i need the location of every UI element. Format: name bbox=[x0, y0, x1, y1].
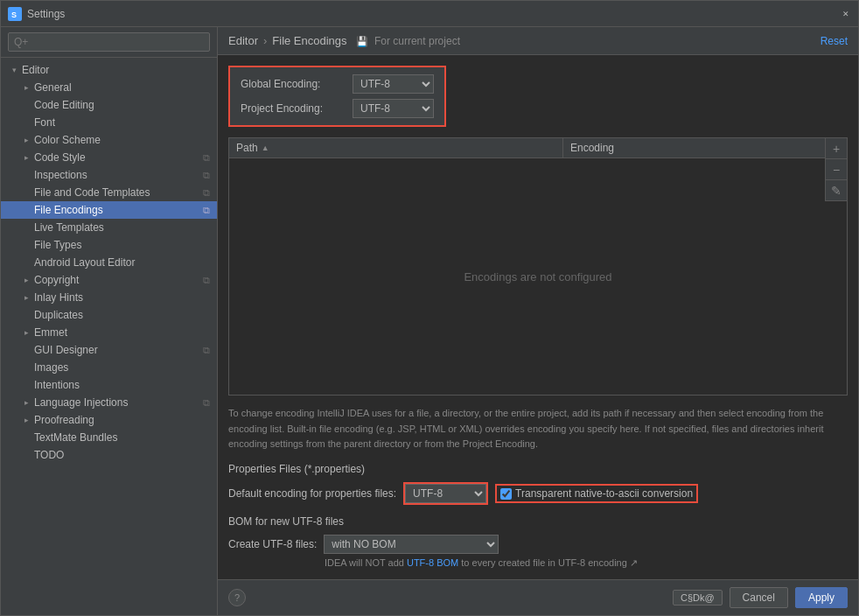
expand-arrow-emmet bbox=[20, 328, 32, 337]
sidebar-item-color-scheme[interactable]: Color Scheme bbox=[1, 131, 217, 149]
project-encoding-select[interactable]: UTF-8 ISO-8859-1 US-ASCII bbox=[353, 99, 434, 118]
settings-window: S Settings ✕ Editor General bbox=[0, 0, 859, 616]
sidebar-label-file-types: File Types bbox=[32, 239, 210, 251]
global-encoding-label: Global Encoding: bbox=[241, 78, 346, 90]
create-utf8-label: Create UTF-8 files: bbox=[228, 538, 317, 550]
sidebar-label-intentions: Intentions bbox=[32, 379, 210, 391]
sidebar-label-gui-designer: GUI Designer bbox=[32, 344, 199, 356]
sidebar-label-todo: TODO bbox=[32, 449, 210, 461]
table-toolbar: + − ✎ bbox=[825, 138, 847, 201]
copy-icon-copyright: ⧉ bbox=[203, 275, 210, 286]
breadcrumb-separator: › bbox=[263, 34, 267, 47]
global-encoding-select[interactable]: UTF-8 ISO-8859-1 US-ASCII bbox=[353, 74, 434, 94]
project-icon: 💾 bbox=[356, 36, 368, 46]
expand-arrow-editor bbox=[8, 66, 20, 74]
cancel-button[interactable]: Cancel bbox=[730, 587, 788, 608]
sidebar-item-textmate-bundles[interactable]: TextMate Bundles bbox=[1, 429, 217, 446]
sidebar-item-gui-designer[interactable]: GUI Designer ⧉ bbox=[1, 341, 217, 359]
sidebar-label-font: Font bbox=[32, 116, 210, 129]
sidebar-item-duplicates[interactable]: Duplicates bbox=[1, 306, 217, 324]
sidebar-item-code-style[interactable]: Code Style ⧉ bbox=[1, 149, 217, 166]
window-controls: ✕ bbox=[840, 8, 851, 19]
sidebar-item-copyright[interactable]: Copyright ⧉ bbox=[1, 271, 217, 289]
sort-arrow-path: ▲ bbox=[262, 144, 269, 152]
global-project-encoding-section: Global Encoding: UTF-8 ISO-8859-1 US-ASC… bbox=[228, 66, 446, 127]
expand-arrow-inlay-hints bbox=[20, 293, 32, 302]
bom-link[interactable]: UTF-8 BOM bbox=[407, 557, 458, 568]
sidebar-item-inspections[interactable]: Inspections ⧉ bbox=[1, 166, 217, 184]
sidebar-label-live-templates: Live Templates bbox=[32, 221, 210, 234]
sidebar-item-todo[interactable]: TODO bbox=[1, 446, 217, 464]
footer-capsule: C§Dk@ bbox=[673, 590, 723, 606]
copy-icon-gui-designer: ⧉ bbox=[203, 345, 210, 356]
create-utf8-select[interactable]: with NO BOM with BOM bbox=[324, 535, 499, 554]
copy-icon-code-style: ⧉ bbox=[203, 152, 210, 164]
help-button[interactable]: ? bbox=[228, 589, 246, 606]
sidebar-item-code-editing[interactable]: Code Editing bbox=[1, 96, 217, 114]
expand-arrow-general bbox=[20, 83, 32, 92]
sidebar-label-emmet: Emmet bbox=[32, 326, 210, 339]
breadcrumb: Editor › File Encodings 💾 For current pr… bbox=[228, 34, 460, 47]
sidebar-item-general[interactable]: General bbox=[1, 79, 217, 96]
expand-arrow-color-scheme bbox=[20, 136, 32, 144]
search-input[interactable] bbox=[8, 32, 210, 52]
sidebar-item-file-code-templates[interactable]: File and Code Templates ⧉ bbox=[1, 184, 217, 201]
sidebar-item-file-types[interactable]: File Types bbox=[1, 236, 217, 254]
sidebar-label-inlay-hints: Inlay Hints bbox=[32, 291, 210, 304]
sidebar-item-inlay-hints[interactable]: Inlay Hints bbox=[1, 289, 217, 306]
footer: ? C§Dk@ Cancel Apply bbox=[218, 579, 858, 615]
main-panel: Editor › File Encodings 💾 For current pr… bbox=[218, 27, 858, 615]
bom-row: Create UTF-8 files: with NO BOM with BOM bbox=[228, 535, 848, 554]
properties-encoding-select[interactable]: UTF-8 ISO-8859-1 bbox=[405, 484, 486, 503]
breadcrumb-parent: Editor bbox=[228, 34, 258, 47]
sidebar-item-file-encodings[interactable]: File Encodings ⧉ bbox=[1, 201, 217, 219]
sidebar-label-language-injections: Language Injections bbox=[32, 396, 199, 409]
info-text: To change encoding IntelliJ IDEA uses fo… bbox=[228, 406, 848, 452]
sidebar-tree: Editor General Code Editing Font bbox=[1, 58, 217, 615]
window-title: Settings bbox=[27, 8, 840, 20]
svg-text:S: S bbox=[11, 10, 17, 19]
sidebar-label-file-encodings: File Encodings bbox=[32, 204, 199, 216]
expand-arrow-code-style bbox=[20, 153, 32, 162]
expand-arrow-language-injections bbox=[20, 398, 32, 407]
remove-path-button[interactable]: − bbox=[826, 159, 847, 180]
project-encoding-row: Project Encoding: UTF-8 ISO-8859-1 US-AS… bbox=[241, 99, 434, 118]
copy-icon-inspections: ⧉ bbox=[203, 170, 210, 181]
main-body: Global Encoding: UTF-8 ISO-8859-1 US-ASC… bbox=[218, 55, 858, 579]
sidebar-label-copyright: Copyright bbox=[32, 274, 199, 286]
apply-button[interactable]: Apply bbox=[795, 587, 848, 608]
properties-encoding-select-wrapper: UTF-8 ISO-8859-1 bbox=[403, 482, 488, 505]
footer-left: ? bbox=[228, 589, 666, 606]
sidebar-item-font[interactable]: Font bbox=[1, 114, 217, 131]
sidebar-item-emmet[interactable]: Emmet bbox=[1, 324, 217, 341]
transparent-conversion-checkbox[interactable] bbox=[500, 488, 512, 500]
close-button[interactable]: ✕ bbox=[840, 8, 851, 19]
bom-section-title: BOM for new UTF-8 files bbox=[228, 515, 848, 528]
sidebar-label-code-style: Code Style bbox=[32, 151, 199, 164]
sidebar-label-color-scheme: Color Scheme bbox=[32, 134, 210, 146]
project-encoding-label: Project Encoding: bbox=[241, 102, 346, 115]
sidebar-label-inspections: Inspections bbox=[32, 169, 199, 181]
breadcrumb-current: File Encodings bbox=[272, 34, 346, 47]
copy-icon-file-encodings: ⧉ bbox=[203, 205, 210, 216]
reset-button[interactable]: Reset bbox=[821, 35, 848, 47]
sidebar-item-live-templates[interactable]: Live Templates bbox=[1, 219, 217, 236]
sidebar-label-file-code-templates: File and Code Templates bbox=[32, 186, 199, 199]
bom-info: IDEA will NOT add UTF-8 BOM to every cre… bbox=[228, 557, 848, 569]
search-box bbox=[1, 27, 217, 58]
default-encoding-label: Default encoding for properties files: bbox=[228, 487, 396, 500]
edit-path-button[interactable]: ✎ bbox=[826, 180, 847, 201]
properties-section: Properties Files (*.properties) Default … bbox=[228, 463, 848, 505]
encoding-column-header: Encoding bbox=[563, 138, 826, 158]
sidebar-item-intentions[interactable]: Intentions bbox=[1, 376, 217, 394]
sidebar-label-textmate-bundles: TextMate Bundles bbox=[32, 431, 210, 444]
main-header: Editor › File Encodings 💾 For current pr… bbox=[218, 27, 858, 55]
sidebar-item-language-injections[interactable]: Language Injections ⧉ bbox=[1, 394, 217, 411]
sidebar-item-editor[interactable]: Editor bbox=[1, 61, 217, 79]
sidebar-item-images[interactable]: Images bbox=[1, 359, 217, 376]
expand-arrow-proofreading bbox=[20, 416, 32, 424]
sidebar-item-android-layout-editor[interactable]: Android Layout Editor bbox=[1, 254, 217, 271]
path-column-header: Path ▲ bbox=[229, 138, 563, 158]
sidebar-item-proofreading[interactable]: Proofreading bbox=[1, 411, 217, 429]
add-path-button[interactable]: + bbox=[826, 138, 847, 159]
